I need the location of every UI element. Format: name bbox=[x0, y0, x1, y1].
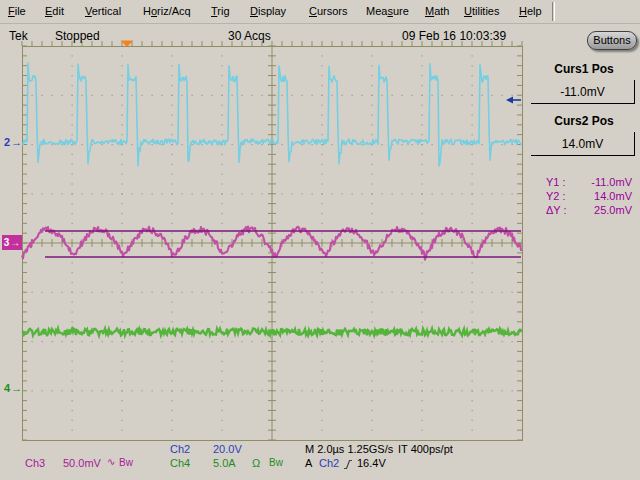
menu-utilities[interactable]: Utilities bbox=[464, 5, 499, 17]
cursor2-pos-label: Curs2 Pos bbox=[532, 114, 636, 128]
ch3-bandwidth-badge: Bw bbox=[119, 457, 133, 468]
menu-cursors[interactable]: Cursors bbox=[309, 5, 348, 17]
ch3-label: Ch3 bbox=[25, 457, 45, 469]
ch4-label: Ch4 bbox=[170, 457, 190, 469]
menu-horiz-acq[interactable]: Horiz/Acq bbox=[143, 5, 191, 17]
menu-math[interactable]: Math bbox=[425, 5, 449, 17]
y1-value: -11.0mV bbox=[578, 175, 632, 189]
menu-help[interactable]: Help bbox=[519, 5, 542, 17]
ch3-marker-label: 3 bbox=[4, 237, 10, 248]
cursor2-pos-value: 14.0mV bbox=[531, 132, 635, 156]
trigger-level-arrow-icon[interactable] bbox=[506, 97, 513, 104]
datetime: 09 Feb 16 10:03:39 bbox=[402, 29, 506, 43]
trigger-slope-rising-icon bbox=[343, 459, 353, 470]
cursor1-pos-label: Curs1 Pos bbox=[532, 62, 636, 76]
menu-file[interactable]: File bbox=[8, 5, 26, 17]
ohm-impedance-icon: Ω bbox=[252, 457, 260, 469]
trigger-source: Ch2 bbox=[319, 457, 339, 469]
ch2-position-marker[interactable]: 2→ bbox=[4, 136, 22, 148]
dy-label: ΔY : bbox=[546, 203, 578, 217]
cursor1-pos-value: -11.0mV bbox=[531, 80, 635, 104]
ch2-label: Ch2 bbox=[170, 443, 190, 455]
ch4-bandwidth-badge: Bw bbox=[269, 457, 283, 468]
ch2-scale: 20.0V bbox=[213, 443, 242, 455]
ch4-scale: 5.0A bbox=[213, 457, 236, 469]
timebase-readout: M 2.0µs 1.25GS/s bbox=[305, 443, 393, 455]
trigger-level: 16.4V bbox=[357, 457, 386, 469]
y1-label: Y1 : bbox=[546, 175, 578, 189]
sampling-readout: IT 400ps/pt bbox=[398, 443, 453, 455]
menu-trig[interactable]: Trig bbox=[211, 5, 230, 17]
ch2-marker-label: 2 bbox=[4, 136, 10, 148]
tek-logo: Tek bbox=[9, 29, 28, 43]
ch3-scale: 50.0mV bbox=[63, 457, 101, 469]
menu-measure[interactable]: Measure bbox=[366, 5, 409, 17]
acquisition-state: Stopped bbox=[55, 29, 100, 43]
menu-edit[interactable]: Edit bbox=[45, 5, 64, 17]
ch4-position-marker[interactable]: 4→ bbox=[4, 382, 22, 394]
y2-value: 14.0mV bbox=[578, 189, 632, 203]
ac-coupling-icon: ∿ bbox=[107, 456, 115, 467]
acquisition-count: 30 Acqs bbox=[228, 29, 271, 43]
menu-separator bbox=[552, 2, 555, 21]
trigger-mode: A bbox=[305, 457, 312, 469]
y2-label: Y2 : bbox=[546, 189, 578, 203]
right-arrow-icon: → bbox=[11, 136, 22, 148]
ch3-position-marker[interactable]: 3→ bbox=[2, 235, 22, 250]
menu-bar: FileEditVerticalHoriz/AcqTrigDisplayCurs… bbox=[0, 0, 640, 24]
cursor-readout: Y1 :-11.0mV Y2 :14.0mV ΔY :25.0mV bbox=[546, 175, 632, 217]
right-arrow-icon: → bbox=[11, 382, 22, 394]
oscilloscope-screen: FileEditVerticalHoriz/AcqTrigDisplayCurs… bbox=[0, 0, 640, 480]
menu-display[interactable]: Display bbox=[250, 5, 286, 17]
right-arrow-icon: → bbox=[10, 237, 20, 248]
ch4-marker-label: 4 bbox=[4, 382, 10, 394]
buttons-button[interactable]: Buttons bbox=[587, 31, 637, 50]
dy-value: 25.0mV bbox=[578, 203, 632, 217]
menu-vertical[interactable]: Vertical bbox=[85, 5, 121, 17]
